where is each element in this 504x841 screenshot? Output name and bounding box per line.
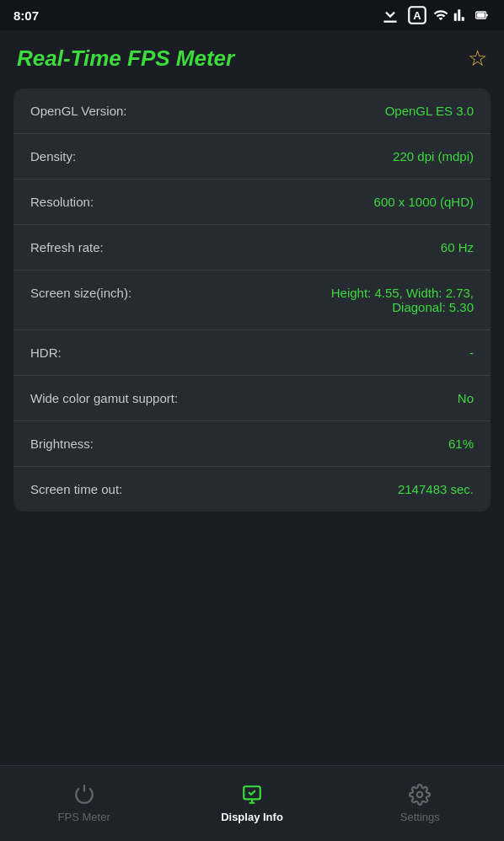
- resolution-label: Resolution:: [30, 195, 94, 209]
- svg-rect-3: [477, 13, 485, 17]
- screen-timeout-label: Screen time out:: [30, 482, 122, 496]
- screen-timeout-value: 2147483 sec.: [398, 482, 474, 496]
- nav-item-fps-meter[interactable]: FPS Meter: [0, 784, 168, 823]
- nav-item-settings[interactable]: Settings: [336, 784, 504, 823]
- display-info-icon: [241, 784, 263, 806]
- app-title: Real-Time FPS Meter: [17, 46, 234, 72]
- refresh-rate-row: Refresh rate: 60 Hz: [13, 225, 491, 271]
- power-icon: [73, 784, 95, 806]
- wifi-icon: [433, 8, 448, 23]
- title-normal: Real-Time: [17, 46, 127, 71]
- screen-size-value: Height: 4.55, Width: 2.73, Diagonal: 5.3…: [331, 286, 474, 314]
- svg-point-6: [417, 792, 423, 798]
- refresh-rate-value: 60 Hz: [441, 240, 474, 254]
- status-icons: A: [379, 4, 491, 26]
- brightness-row: Brightness: 61%: [13, 421, 491, 467]
- settings-icon: [409, 784, 431, 806]
- hdr-row: HDR: -: [13, 330, 491, 376]
- status-bar: 8:07 A: [0, 0, 504, 30]
- opengl-version-label: OpenGL Version:: [30, 104, 127, 118]
- fps-meter-nav-label: FPS Meter: [58, 811, 110, 823]
- hdr-value: -: [469, 346, 474, 360]
- hdr-label: HDR:: [30, 346, 62, 360]
- settings-nav-label: Settings: [400, 811, 440, 823]
- status-time: 8:07: [13, 8, 39, 23]
- resolution-value: 600 x 1000 (qHD): [374, 195, 474, 209]
- download-icon: [379, 4, 401, 26]
- density-row: Density: 220 dpi (mdpi): [13, 134, 491, 179]
- battery-icon: [474, 8, 491, 22]
- wide-color-row: Wide color gamut support: No: [13, 376, 491, 421]
- screen-size-row: Screen size(inch): Height: 4.55, Width: …: [13, 271, 491, 330]
- favorite-star-icon[interactable]: ☆: [468, 46, 487, 72]
- opengl-version-row: OpenGL Version: OpenGL ES 3.0: [13, 88, 491, 134]
- signal-icon: [453, 8, 469, 23]
- resolution-row: Resolution: 600 x 1000 (qHD): [13, 179, 491, 225]
- refresh-rate-label: Refresh rate:: [30, 240, 104, 254]
- wide-color-value: No: [458, 391, 474, 405]
- info-card: OpenGL Version: OpenGL ES 3.0 Density: 2…: [13, 88, 491, 512]
- density-label: Density:: [30, 149, 76, 163]
- density-value: 220 dpi (mdpi): [393, 149, 474, 163]
- title-green: FPS Meter: [127, 46, 234, 71]
- bottom-navigation: FPS Meter Display Info Settings: [0, 765, 504, 841]
- screen-size-label: Screen size(inch):: [30, 286, 131, 300]
- svg-rect-4: [486, 14, 488, 17]
- nav-item-display-info[interactable]: Display Info: [168, 784, 335, 823]
- app-header: Real-Time FPS Meter ☆: [0, 30, 504, 83]
- wide-color-label: Wide color gamut support:: [30, 391, 178, 405]
- brightness-label: Brightness:: [30, 437, 94, 451]
- a-icon: A: [406, 4, 428, 26]
- screen-timeout-row: Screen time out: 2147483 sec.: [13, 467, 491, 512]
- opengl-version-value: OpenGL ES 3.0: [385, 104, 474, 118]
- svg-text:A: A: [413, 9, 421, 22]
- display-info-nav-label: Display Info: [221, 811, 283, 823]
- brightness-value: 61%: [448, 437, 474, 451]
